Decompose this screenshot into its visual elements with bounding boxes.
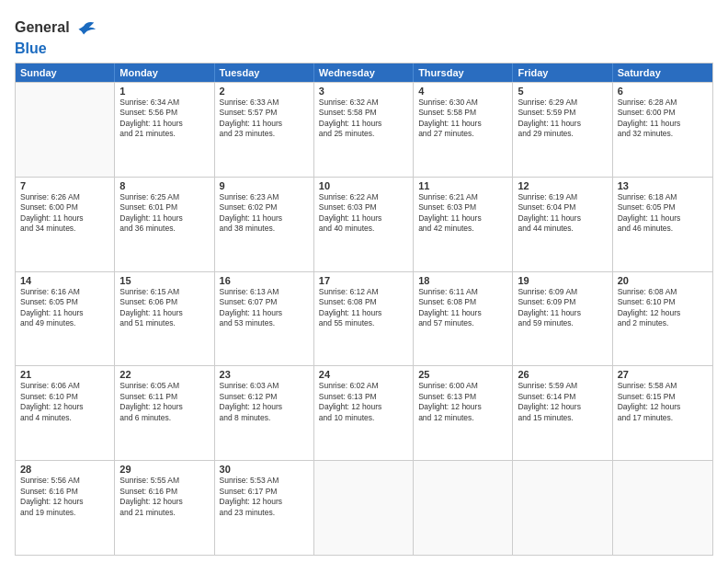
cell-info-line: Sunrise: 6:32 AM	[319, 98, 408, 108]
cell-info-line: Sunrise: 6:13 AM	[220, 287, 309, 297]
day-number: 3	[319, 86, 408, 97]
calendar-cell: 27Sunrise: 5:58 AMSunset: 6:15 PMDayligh…	[613, 366, 712, 460]
cell-info-line: and 49 minutes.	[20, 318, 109, 328]
cell-info-line: and 21 minutes.	[119, 508, 209, 518]
logo: General Blue	[15, 15, 97, 57]
calendar-cell	[613, 461, 712, 555]
header-day-wednesday: Wednesday	[314, 63, 414, 82]
day-number: 11	[418, 180, 507, 191]
cell-info-line: Daylight: 12 hours	[119, 402, 209, 412]
cell-info-line: and 17 minutes.	[618, 413, 708, 423]
cell-info-line: Daylight: 12 hours	[220, 497, 309, 507]
calendar-cell: 4Sunrise: 6:30 AMSunset: 5:58 PMDaylight…	[414, 83, 513, 177]
cell-info-line: Sunrise: 5:59 AM	[518, 381, 607, 391]
calendar-cell: 11Sunrise: 6:21 AMSunset: 6:03 PMDayligh…	[414, 178, 513, 271]
header: General Blue	[15, 11, 713, 57]
cell-info-line: Sunrise: 6:23 AM	[220, 192, 309, 202]
cell-info-line: Sunset: 6:03 PM	[319, 202, 408, 213]
calendar-cell: 30Sunrise: 5:53 AMSunset: 6:17 PMDayligh…	[215, 461, 314, 555]
cell-info-line: Daylight: 11 hours	[518, 119, 607, 129]
cell-info-line: and 8 minutes.	[220, 413, 309, 423]
header-day-sunday: Sunday	[16, 63, 115, 82]
day-number: 18	[418, 275, 507, 286]
cell-info-line: and 27 minutes.	[418, 129, 507, 139]
day-number: 13	[618, 180, 708, 191]
calendar-cell: 6Sunrise: 6:28 AMSunset: 6:00 PMDaylight…	[613, 83, 712, 177]
day-number: 8	[119, 180, 209, 191]
cell-info-line: and 32 minutes.	[618, 129, 708, 139]
calendar-cell: 2Sunrise: 6:33 AMSunset: 5:57 PMDaylight…	[215, 83, 314, 177]
calendar-row-2: 14Sunrise: 6:16 AMSunset: 6:05 PMDayligh…	[16, 271, 712, 366]
calendar-cell: 12Sunrise: 6:19 AMSunset: 6:04 PMDayligh…	[513, 178, 612, 271]
cell-info-line: Sunrise: 6:25 AM	[119, 192, 209, 202]
cell-info-line: Sunset: 6:01 PM	[119, 202, 209, 213]
cell-info-line: Sunrise: 6:12 AM	[319, 287, 408, 297]
day-number: 10	[319, 180, 408, 191]
cell-info-line: Sunset: 6:17 PM	[220, 487, 309, 497]
calendar-cell	[513, 461, 612, 555]
calendar-cell: 16Sunrise: 6:13 AMSunset: 6:07 PMDayligh…	[215, 272, 314, 366]
calendar-row-1: 7Sunrise: 6:26 AMSunset: 6:00 PMDaylight…	[16, 177, 712, 271]
cell-info-line: Sunrise: 6:11 AM	[418, 287, 507, 297]
header-day-tuesday: Tuesday	[215, 63, 314, 82]
cell-info-line: Sunrise: 5:55 AM	[119, 476, 209, 486]
cell-info-line: and 25 minutes.	[319, 129, 408, 139]
cell-info-line: and 42 minutes.	[418, 224, 507, 234]
logo-text-general: General	[15, 19, 70, 36]
calendar-cell: 24Sunrise: 6:02 AMSunset: 6:13 PMDayligh…	[314, 366, 414, 460]
calendar-cell: 5Sunrise: 6:29 AMSunset: 5:59 PMDaylight…	[513, 83, 612, 177]
calendar-cell: 14Sunrise: 6:16 AMSunset: 6:05 PMDayligh…	[16, 272, 115, 366]
cell-info-line: Sunset: 6:08 PM	[418, 297, 507, 307]
calendar-cell: 7Sunrise: 6:26 AMSunset: 6:00 PMDaylight…	[16, 178, 115, 271]
cell-info-line: Sunset: 6:00 PM	[618, 108, 708, 118]
cell-info-line: and 53 minutes.	[220, 318, 309, 328]
calendar-cell: 26Sunrise: 5:59 AMSunset: 6:14 PMDayligh…	[513, 366, 612, 460]
cell-info-line: Sunrise: 6:00 AM	[418, 381, 507, 391]
cell-info-line: Daylight: 12 hours	[618, 402, 708, 412]
calendar-row-4: 28Sunrise: 5:56 AMSunset: 6:16 PMDayligh…	[16, 460, 712, 555]
cell-info-line: Sunrise: 6:06 AM	[20, 381, 109, 391]
day-number: 27	[618, 369, 708, 380]
day-number: 12	[518, 180, 607, 191]
cell-info-line: Sunset: 6:13 PM	[319, 392, 408, 402]
calendar-body: 1Sunrise: 6:34 AMSunset: 5:56 PMDaylight…	[16, 82, 712, 555]
calendar-cell: 10Sunrise: 6:22 AMSunset: 6:03 PMDayligh…	[314, 178, 414, 271]
cell-info-line: Sunset: 6:16 PM	[20, 487, 109, 497]
cell-info-line: Sunrise: 6:28 AM	[618, 98, 708, 108]
calendar-row-3: 21Sunrise: 6:06 AMSunset: 6:10 PMDayligh…	[16, 365, 712, 460]
day-number: 19	[518, 275, 607, 286]
day-number: 4	[418, 86, 507, 97]
cell-info-line: Sunset: 5:57 PM	[220, 108, 309, 118]
cell-info-line: Sunrise: 6:05 AM	[119, 381, 209, 391]
day-number: 22	[119, 369, 209, 380]
cell-info-line: Sunset: 6:02 PM	[220, 202, 309, 213]
cell-info-line: Sunset: 6:14 PM	[518, 392, 607, 402]
calendar-cell: 18Sunrise: 6:11 AMSunset: 6:08 PMDayligh…	[414, 272, 513, 366]
cell-info-line: Sunrise: 6:30 AM	[418, 98, 507, 108]
cell-info-line: Daylight: 12 hours	[20, 497, 109, 507]
calendar-row-0: 1Sunrise: 6:34 AMSunset: 5:56 PMDaylight…	[16, 82, 712, 177]
cell-info-line: Sunset: 6:04 PM	[518, 202, 607, 213]
cell-info-line: Sunrise: 6:29 AM	[518, 98, 607, 108]
day-number: 7	[20, 180, 109, 191]
calendar: SundayMondayTuesdayWednesdayThursdayFrid…	[15, 63, 713, 556]
cell-info-line: and 15 minutes.	[518, 413, 607, 423]
cell-info-line: and 55 minutes.	[319, 318, 408, 328]
calendar-cell: 25Sunrise: 6:00 AMSunset: 6:13 PMDayligh…	[414, 366, 513, 460]
cell-info-line: Sunset: 6:05 PM	[618, 202, 708, 213]
cell-info-line: Daylight: 11 hours	[618, 213, 708, 224]
cell-info-line: Sunset: 6:03 PM	[418, 202, 507, 213]
cell-info-line: Sunrise: 6:33 AM	[220, 98, 309, 108]
calendar-cell: 3Sunrise: 6:32 AMSunset: 5:58 PMDaylight…	[314, 83, 414, 177]
cell-info-line: Daylight: 12 hours	[20, 402, 109, 412]
cell-info-line: Sunset: 6:10 PM	[618, 297, 708, 307]
cell-info-line: Sunset: 6:16 PM	[119, 487, 209, 497]
cell-info-line: Sunset: 6:09 PM	[518, 297, 607, 307]
cell-info-line: and 21 minutes.	[119, 129, 209, 139]
cell-info-line: and 23 minutes.	[220, 129, 309, 139]
page: General Blue SundayMondayTuesdayWednesda…	[0, 0, 728, 563]
calendar-cell	[414, 461, 513, 555]
cell-info-line: Sunrise: 6:16 AM	[20, 287, 109, 297]
cell-info-line: Sunset: 6:13 PM	[418, 392, 507, 402]
cell-info-line: Sunset: 6:07 PM	[220, 297, 309, 307]
